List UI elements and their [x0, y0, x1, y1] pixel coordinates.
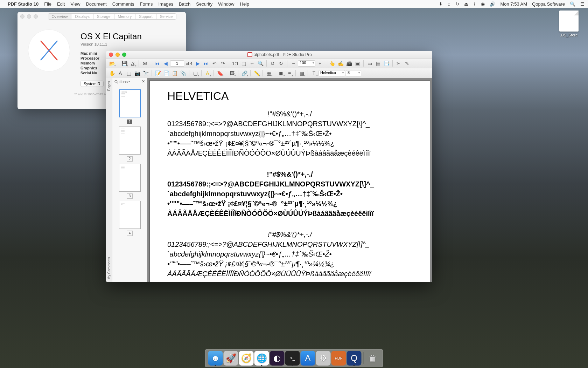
pdf-traffic-lights[interactable] [109, 53, 126, 57]
menu-help[interactable]: Help [240, 1, 250, 7]
dock-launchpad[interactable]: 🚀 [224, 351, 238, 366]
bluetooth-icon[interactable]: ᚼ [473, 1, 476, 7]
document-view[interactable]: HELVETICA !"#$%&'()*+,-./ 0123456789:;<=… [147, 78, 432, 282]
select-object-button[interactable]: ⬚ [125, 69, 133, 77]
thumb-1[interactable]: HELVETICA━━━━━━━━━━━━━━━ [119, 89, 141, 117]
touch-button[interactable]: 👆 [328, 60, 336, 67]
tab-memory[interactable]: Memory [114, 14, 136, 19]
about-traffic-lights[interactable] [20, 14, 38, 19]
fit-width-button[interactable]: ↔ [248, 60, 256, 67]
prev-view-button[interactable]: ↶ [211, 60, 218, 67]
font-select[interactable]: Helvetica [318, 70, 345, 76]
next-page-button[interactable]: ▶ [194, 60, 202, 67]
tab-support[interactable]: Support [135, 14, 156, 19]
menu-extras-icon[interactable]: ☰ [580, 1, 584, 7]
menu-images[interactable]: Images [158, 1, 173, 7]
actual-size-button[interactable]: 1:1 [231, 60, 239, 67]
tab-service[interactable]: Service [156, 14, 176, 19]
dock-syspref[interactable]: ⚙ [316, 351, 331, 366]
user-label[interactable]: Qoppa Software [532, 1, 565, 7]
dock-appstore[interactable]: A [301, 351, 315, 366]
menu-comments[interactable]: Comments [112, 1, 134, 7]
menu-forms[interactable]: Forms [140, 1, 153, 7]
clock[interactable]: Mon 7:53 AM [500, 1, 527, 7]
last-page-button[interactable]: ⏭ [202, 60, 210, 67]
rotate-cw-button[interactable]: ↻ [277, 60, 285, 67]
attach-button[interactable]: 📎 [179, 69, 187, 77]
snapshot-button[interactable]: 📷 [133, 69, 141, 77]
menu-file[interactable]: File [44, 1, 51, 7]
zoom-in-button[interactable]: + [316, 60, 324, 67]
ocr-button[interactable]: ▣ [354, 60, 361, 67]
sign-button[interactable]: ✍ [337, 60, 344, 67]
menu-window[interactable]: Window [218, 1, 234, 7]
fit-page-button[interactable]: ⬚ [240, 60, 247, 67]
line-width-button[interactable]: ≡ [286, 69, 293, 77]
tab-storage[interactable]: Storage [93, 14, 114, 19]
email-button[interactable]: ✉ [141, 60, 149, 67]
scan-button[interactable]: 📠 [345, 60, 353, 67]
form-button[interactable]: ▭ [366, 60, 373, 67]
dock-trash[interactable]: 🗑 [365, 351, 380, 366]
crop-button[interactable]: ✂ [395, 60, 402, 67]
spotlight-icon[interactable]: 🔍 [570, 1, 575, 7]
thumb-3[interactable]: ━━━━━━━━━━━━━━━ [119, 164, 141, 192]
font-size-select[interactable]: 8 [346, 70, 361, 76]
desktop-file[interactable]: .DS_Store [555, 11, 583, 37]
ruler-button[interactable]: 📏 [253, 69, 260, 77]
form3-button[interactable]: 📑 [383, 60, 390, 67]
menu-document[interactable]: Document [86, 1, 106, 7]
dock-qoppa[interactable]: Q [347, 351, 362, 366]
dropbox-icon[interactable]: ⬇ [439, 1, 443, 7]
link-button[interactable]: 🔗 [240, 69, 248, 77]
save-button[interactable]: 💾 [120, 60, 128, 67]
side-tab-comments[interactable]: My Comments [106, 254, 112, 282]
typewriter-button[interactable]: 📄 [162, 69, 170, 77]
open-button[interactable]: 📂 [108, 60, 116, 67]
first-page-button[interactable]: ⏮ [153, 60, 161, 67]
side-tab-pages[interactable]: Pages [106, 78, 112, 94]
dock-pdfstudio[interactable]: PDF [331, 351, 346, 366]
textbox-button[interactable]: 📋 [171, 69, 178, 77]
tab-overview[interactable]: Overview [48, 14, 72, 19]
tab-displays[interactable]: Displays [71, 14, 93, 19]
sync-icon[interactable]: ↻ [455, 1, 459, 7]
thumbs-options[interactable]: Options [114, 80, 128, 84]
fill-color-button[interactable]: ◼ [277, 69, 285, 77]
menu-batch[interactable]: Batch [179, 1, 190, 7]
text-tool-button[interactable]: T [310, 69, 318, 77]
loupe-button[interactable]: 🔍 [257, 60, 264, 67]
app-name[interactable]: PDF Studio 10 [8, 1, 38, 7]
eject-icon[interactable]: ⏏ [464, 1, 468, 7]
volume-icon[interactable]: 🔊 [490, 1, 495, 7]
menu-edit[interactable]: Edit [57, 1, 65, 7]
menu-security[interactable]: Security [196, 1, 212, 7]
wifi-icon[interactable]: ◉ [481, 1, 485, 7]
transparency-button[interactable]: ▩ [298, 69, 306, 77]
thumbs-close-icon[interactable]: ✕ [142, 79, 145, 84]
hand-tool-button[interactable]: ✋ [108, 69, 116, 77]
dock-chrome[interactable]: 🌐 [254, 351, 269, 366]
dock-safari[interactable]: 🧭 [239, 351, 254, 366]
next-view-button[interactable]: ↷ [219, 60, 227, 67]
page-input[interactable] [170, 60, 184, 67]
print-button[interactable]: 🖨 [129, 60, 136, 67]
image-button[interactable]: 🖼 [228, 69, 236, 77]
zoom-select[interactable]: 100 [298, 60, 315, 67]
rotate-ccw-button[interactable]: ↺ [269, 60, 276, 67]
area-highlight-button[interactable]: ▦ [265, 69, 273, 77]
highlight-button[interactable]: A [204, 69, 211, 77]
search-button[interactable]: 🔭 [142, 69, 149, 77]
prev-page-button[interactable]: ◀ [162, 60, 169, 67]
dock-finder[interactable]: ☻ [208, 351, 223, 366]
stamp-button[interactable]: 🔖 [216, 69, 224, 77]
finder-icon[interactable]: ⌕ [448, 1, 450, 7]
thumb-2[interactable]: ━━━━━━━━━━━━━━━━━━━━ [119, 127, 141, 155]
sticky-note-button[interactable]: 📝 [154, 69, 162, 77]
menu-view[interactable]: View [70, 1, 80, 7]
select-text-button[interactable]: A̲ [117, 69, 124, 77]
thumb-4[interactable]: ━━━━━━━ [119, 201, 141, 229]
form2-button[interactable]: ▤ [374, 60, 382, 67]
dock-terminal[interactable]: >_ [285, 351, 300, 366]
zoom-out-button[interactable]: − [289, 60, 297, 67]
